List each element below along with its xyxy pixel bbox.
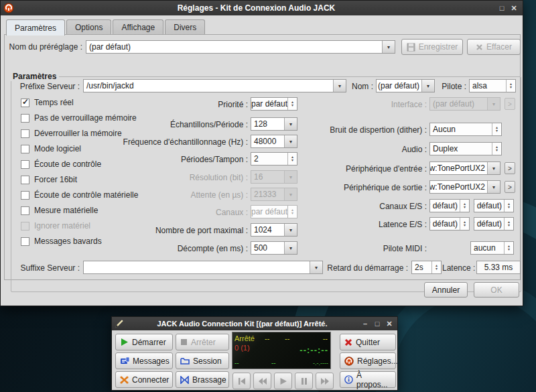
start-button[interactable]: Démarrer (115, 334, 173, 350)
stop-button[interactable]: Arrêter (176, 334, 229, 350)
checkbox-box[interactable] (21, 237, 29, 246)
checkbox-box[interactable] (21, 145, 29, 153)
sample-rate: -- (285, 334, 289, 342)
spin-arrows-icon[interactable]: ▴▾ (506, 80, 515, 92)
connect-button[interactable]: Connecter (115, 371, 173, 388)
forward-button[interactable] (316, 373, 334, 389)
checkbox-box[interactable] (21, 129, 29, 138)
checkbox-box[interactable] (21, 99, 29, 107)
spin-arrows-icon[interactable]: ▴▾ (460, 218, 469, 230)
audio-spinbox[interactable]: Duplex▴▾ (429, 142, 502, 155)
checkbox-box[interactable] (21, 206, 29, 215)
transport-state: -- (234, 359, 239, 367)
max-ports-label: Nombre de port maximal : (77, 226, 248, 235)
in-latency-spinbox[interactable]: (par défaut)▴▾ (429, 217, 470, 231)
server-suffix-combobox[interactable]: ▾ (83, 261, 323, 274)
play-button[interactable] (274, 373, 292, 389)
erase-preset-button[interactable]: Effacer (467, 39, 521, 55)
dropdown-arrow-icon[interactable]: ▾ (310, 261, 322, 273)
messages-button[interactable]: Messages (115, 352, 173, 369)
checkbox-unlock-memory[interactable]: Déverrouiller la mémoire (21, 129, 122, 138)
ok-button[interactable]: OK (474, 282, 519, 298)
checkbox-box[interactable] (21, 114, 29, 123)
checkbox-soft-mode[interactable]: Mode logiciel (21, 144, 81, 153)
maximize-icon[interactable]: □ (371, 320, 383, 328)
priority-label: Priorité : (77, 100, 248, 109)
spin-arrows-icon[interactable]: ▴▾ (287, 153, 297, 165)
name-combobox[interactable]: (par défaut) ▾ (376, 79, 435, 92)
spin-arrows-icon[interactable]: ▴▾ (492, 123, 501, 135)
audio-label: Audio : (293, 145, 427, 154)
jack-titlebar[interactable]: JACK Audio Connection Kit [(par défaut)]… (112, 317, 397, 330)
tab-divers[interactable]: Divers (165, 19, 205, 36)
jack-main-window: JACK Audio Connection Kit [(par défaut)]… (111, 316, 398, 391)
out-latency-spinbox[interactable]: (par défaut)▴▾ (474, 217, 514, 231)
minimize-icon[interactable]: – (359, 320, 371, 328)
dither-spinbox[interactable]: Aucun▴▾ (429, 123, 502, 136)
checkbox-realtime[interactable]: Temps réel (21, 98, 74, 107)
dsp-load: -- (265, 334, 269, 342)
checkbox-box[interactable] (21, 160, 29, 169)
cancel-button[interactable]: Annuler (424, 282, 468, 298)
dropdown-arrow-icon[interactable]: ▾ (333, 80, 346, 92)
session-button[interactable]: Session (176, 352, 229, 369)
checkbox-box[interactable] (21, 176, 29, 184)
frames-period-combobox[interactable]: 128▾ (251, 117, 297, 131)
input-device-label: Périphérique d'entrée : (293, 164, 427, 174)
maximize-icon[interactable]: □ (496, 4, 508, 12)
channels-spinbox: (par défaut)▴▾ (251, 205, 297, 218)
quit-x-icon (344, 338, 352, 346)
preset-name-combobox[interactable]: (par défaut) ▾ (86, 40, 395, 54)
spin-arrows-icon[interactable]: ▴▾ (492, 143, 501, 155)
driver-spinbox[interactable]: alsa ▴▾ (469, 79, 516, 92)
close-icon[interactable]: ✕ (383, 320, 395, 328)
settings-button[interactable]: Réglages... (340, 352, 396, 369)
spin-arrows-icon[interactable]: ▴▾ (504, 218, 513, 230)
save-preset-button[interactable]: Enregistrer (401, 39, 463, 55)
close-icon[interactable]: ✕ (508, 4, 520, 13)
about-button[interactable]: À propos... (340, 371, 396, 388)
rewind-button[interactable] (253, 373, 271, 389)
spin-arrows-icon[interactable]: ▴▾ (460, 200, 469, 212)
tab-options[interactable]: Options (66, 19, 111, 36)
spin-arrows-icon[interactable]: ▴▾ (431, 261, 441, 273)
dropdown-arrow-icon[interactable]: ▾ (382, 41, 395, 53)
timeout-label: Décompte (en ms) : (77, 244, 248, 253)
settings-titlebar[interactable]: Réglages - Kit de Connexion Audio JACK □… (1, 1, 523, 15)
out-channels-spinbox[interactable]: (par défaut)▴▾ (474, 199, 514, 212)
samplerate-combobox[interactable]: 48000▾ (251, 135, 297, 148)
output-device-combobox[interactable]: hw:TonePortUX2▾ (429, 180, 500, 194)
spin-arrows-icon[interactable]: ▴▾ (504, 242, 513, 254)
dropdown-arrow-icon[interactable]: ▾ (487, 181, 500, 193)
server-prefix-combobox[interactable]: /usr/bin/jackd ▾ (83, 79, 346, 92)
start-delay-label: Retard du démarrage : (326, 263, 408, 273)
output-device-more-button[interactable]: > (505, 181, 515, 193)
patchbay-button[interactable]: Brassage (176, 371, 229, 388)
rewind-start-button[interactable] (232, 373, 251, 389)
output-device-label: Périphérique de sortie : (293, 183, 427, 192)
folder-icon (180, 357, 190, 365)
input-device-combobox[interactable]: hw:TonePortUX2▾ (429, 161, 500, 175)
erase-icon (476, 44, 483, 51)
tab-affichage[interactable]: Affichage (113, 19, 163, 36)
dropdown-arrow-icon[interactable]: ▾ (487, 162, 500, 174)
quit-button[interactable]: Quitter (340, 334, 396, 350)
in-channels-spinbox[interactable]: (par défaut)▴▾ (429, 199, 470, 212)
midi-driver-spinbox[interactable]: aucun▴▾ (470, 241, 514, 255)
dropdown-arrow-icon[interactable]: ▾ (421, 80, 434, 92)
interface-more-button: > (505, 98, 515, 110)
max-ports-combobox[interactable]: 1024▾ (251, 223, 297, 237)
spin-arrows-icon[interactable]: ▴▾ (504, 200, 513, 212)
transport-time: --:--:-- (299, 345, 328, 355)
pause-button[interactable] (295, 373, 313, 389)
timeout-combobox[interactable]: 500▾ (251, 241, 297, 255)
tab-parametres[interactable]: Paramètres (6, 19, 65, 36)
save-icon (407, 43, 415, 52)
input-device-more-button[interactable]: > (505, 162, 515, 174)
checkbox-force-16bit[interactable]: Forcer 16bit (21, 175, 77, 184)
checkbox-box[interactable] (21, 191, 29, 200)
start-delay-spinbox[interactable]: 2s▴▾ (411, 261, 442, 274)
periods-buffer-spinbox[interactable]: 2▴▾ (251, 152, 297, 166)
wait-time-label: Attente (en µs) : (77, 190, 248, 200)
priority-spinbox[interactable]: (par défaut)▴▾ (251, 97, 297, 111)
